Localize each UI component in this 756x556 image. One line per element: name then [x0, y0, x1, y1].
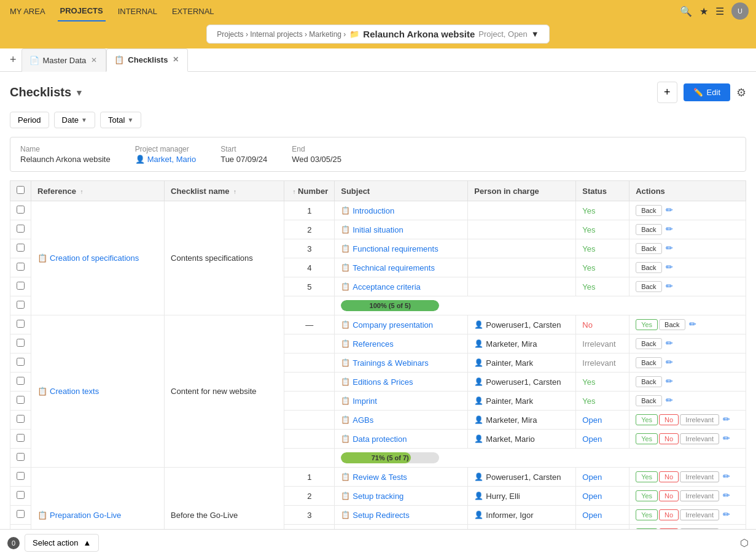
row-checkbox[interactable]: [17, 339, 25, 347]
action-back-button[interactable]: Back: [636, 205, 661, 216]
action-irrelevant-button[interactable]: Irrelevant: [680, 490, 719, 501]
action-irrelevant-button[interactable]: Irrelevant: [680, 414, 719, 425]
row-checkbox[interactable]: [17, 206, 25, 214]
breadcrumb-path[interactable]: Projects › Internal projects › Marketing…: [217, 30, 346, 39]
date-filter[interactable]: Date ▼: [54, 112, 95, 128]
total-filter[interactable]: Total ▼: [100, 112, 141, 128]
subject-link[interactable]: 📋 Technical requirements: [341, 263, 461, 272]
row-edit-icon[interactable]: ✏: [666, 281, 673, 291]
row-checkbox[interactable]: [17, 244, 25, 252]
row-edit-icon[interactable]: ✏: [666, 205, 673, 215]
subject-link[interactable]: 📋 References: [341, 339, 461, 349]
row-edit-icon[interactable]: ✏: [666, 376, 673, 386]
tab-checklists-close[interactable]: ✕: [171, 54, 180, 65]
row-checkbox[interactable]: [17, 415, 25, 423]
subject-link[interactable]: 📋 Setup tracking: [341, 492, 461, 501]
row-checkbox[interactable]: [17, 358, 25, 366]
action-yes-button[interactable]: Yes: [636, 509, 658, 520]
th-checklist[interactable]: Checklist name ↑: [165, 181, 284, 201]
action-yes-button[interactable]: Yes: [636, 319, 658, 330]
subject-link[interactable]: 📋 Imprint: [341, 396, 461, 406]
row-edit-icon[interactable]: ✏: [666, 395, 673, 405]
progress-row-checkbox[interactable]: [17, 301, 25, 309]
row-checkbox[interactable]: [17, 282, 25, 290]
th-reference[interactable]: Reference ↑: [31, 181, 165, 201]
subject-link[interactable]: 📋 Initial situation: [341, 225, 461, 234]
tab-checklists[interactable]: 📋 Checklists ✕: [106, 48, 188, 72]
manager-value[interactable]: 👤 Market, Mario: [135, 155, 196, 164]
row-checkbox[interactable]: [17, 377, 25, 385]
action-back-button[interactable]: Back: [636, 357, 661, 368]
subject-link[interactable]: 📋 Trainings & Webinars: [341, 358, 461, 368]
progress-row-checkbox[interactable]: [17, 453, 25, 461]
row-edit-icon[interactable]: ✏: [666, 224, 673, 234]
row-edit-icon[interactable]: ✏: [723, 414, 730, 424]
subject-link[interactable]: 📋 Review & Tests: [341, 473, 461, 482]
action-no-button[interactable]: No: [659, 490, 679, 501]
row-checkbox[interactable]: [17, 225, 25, 233]
action-back-button[interactable]: Back: [636, 281, 661, 292]
subject-link[interactable]: 📋 Editions & Prices: [341, 377, 461, 387]
reference-link[interactable]: 📋 Preparation Go-Live: [37, 511, 158, 520]
action-back-button[interactable]: Back: [636, 243, 661, 254]
action-yes-button[interactable]: Yes: [636, 414, 658, 425]
action-irrelevant-button[interactable]: Irrelevant: [680, 471, 719, 482]
row-checkbox[interactable]: [17, 434, 25, 442]
select-action-button[interactable]: Select action ▲: [25, 534, 99, 552]
row-checkbox[interactable]: [17, 396, 25, 404]
nav-external[interactable]: EXTERNAL: [170, 2, 217, 21]
row-edit-icon[interactable]: ✏: [689, 319, 696, 329]
breadcrumb-dropdown-icon[interactable]: ▼: [531, 29, 539, 39]
page-title-dropdown-icon[interactable]: ▼: [75, 88, 84, 98]
row-edit-icon[interactable]: ✏: [723, 509, 730, 519]
row-edit-icon[interactable]: ✏: [723, 490, 730, 500]
star-icon[interactable]: ★: [699, 6, 708, 17]
action-back-button[interactable]: Back: [636, 376, 661, 387]
subject-link[interactable]: 📋 Acceptance criteria: [341, 282, 461, 292]
filter-button[interactable]: ⚙: [736, 86, 746, 99]
action-irrelevant-button[interactable]: Irrelevant: [680, 433, 719, 444]
tab-masterdata[interactable]: 📄 Master Data ✕: [21, 48, 107, 72]
action-back-button[interactable]: Back: [659, 319, 685, 330]
menu-icon[interactable]: ☰: [715, 6, 724, 17]
edit-button[interactable]: ✏️ Edit: [684, 83, 730, 101]
export-icon[interactable]: ⬡: [740, 537, 749, 549]
reference-link[interactable]: 📋 Creation texts: [37, 387, 158, 396]
nav-projects[interactable]: PROJECTS: [58, 1, 106, 21]
user-avatar[interactable]: U: [731, 2, 749, 20]
period-filter[interactable]: Period: [10, 112, 49, 128]
subject-link[interactable]: 📋 Setup Redirects: [341, 511, 461, 520]
nav-myarea[interactable]: MY AREA: [7, 2, 48, 21]
row-checkbox[interactable]: [17, 491, 25, 499]
row-edit-icon[interactable]: ✏: [666, 262, 673, 272]
subject-link[interactable]: 📋 Functional requirements: [341, 244, 461, 253]
action-yes-button[interactable]: Yes: [636, 433, 658, 444]
action-irrelevant-button[interactable]: Irrelevant: [680, 509, 719, 520]
search-icon[interactable]: 🔍: [680, 6, 692, 17]
action-yes-button[interactable]: Yes: [636, 490, 658, 501]
th-number[interactable]: ↑ Number: [284, 181, 335, 201]
action-no-button[interactable]: No: [659, 509, 679, 520]
subject-link[interactable]: 📋 Introduction: [341, 206, 461, 215]
subject-link[interactable]: 📋 AGBs: [341, 415, 461, 425]
row-edit-icon[interactable]: ✏: [723, 471, 730, 481]
action-back-button[interactable]: Back: [636, 338, 661, 349]
reference-link[interactable]: 📋 Creation of specifications: [37, 253, 158, 263]
row-edit-icon[interactable]: ✏: [666, 338, 673, 348]
action-no-button[interactable]: No: [659, 414, 679, 425]
row-checkbox[interactable]: [17, 263, 25, 271]
row-checkbox[interactable]: [17, 320, 25, 328]
row-edit-icon[interactable]: ✏: [666, 243, 673, 253]
subject-link[interactable]: 📋 Data protection: [341, 434, 461, 444]
row-checkbox[interactable]: [17, 510, 25, 518]
nav-internal[interactable]: INTERNAL: [115, 2, 160, 21]
add-tab-button[interactable]: +: [5, 53, 21, 66]
action-back-button[interactable]: Back: [636, 224, 661, 235]
action-back-button[interactable]: Back: [636, 262, 661, 273]
select-all-checkbox[interactable]: [17, 186, 25, 194]
row-checkbox[interactable]: [17, 472, 25, 480]
action-no-button[interactable]: No: [659, 433, 679, 444]
tab-masterdata-close[interactable]: ✕: [90, 55, 98, 66]
row-edit-icon[interactable]: ✏: [666, 357, 673, 367]
subject-link[interactable]: 📋 Company presentation: [341, 320, 461, 330]
